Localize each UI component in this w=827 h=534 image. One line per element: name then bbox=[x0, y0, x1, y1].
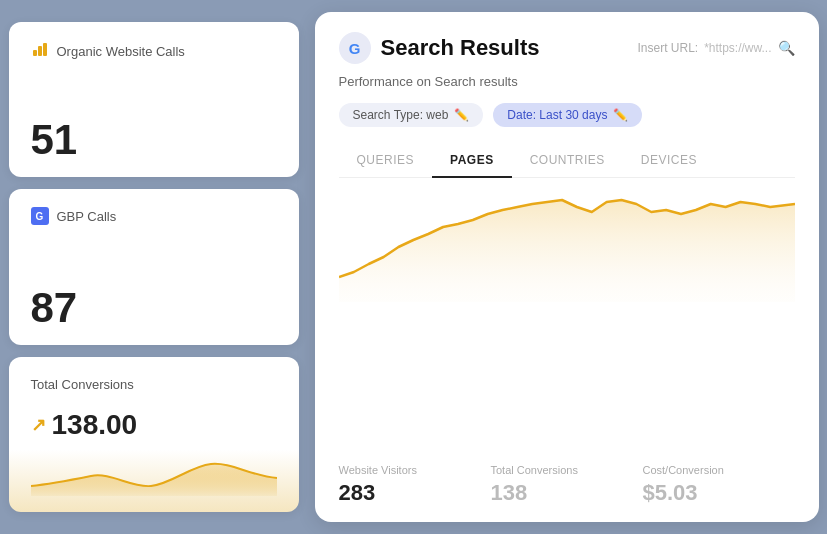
total-conversions-value: 138.00 bbox=[52, 409, 138, 441]
tab-countries[interactable]: COUNTRIES bbox=[512, 145, 623, 177]
insert-url-value: *https://ww... bbox=[704, 41, 771, 55]
website-visitors-label: Website Visitors bbox=[339, 464, 491, 476]
up-arrow-icon: ↗ bbox=[31, 414, 46, 436]
svg-rect-1 bbox=[38, 46, 42, 56]
google-icon: G bbox=[339, 32, 371, 64]
insert-url-area: Insert URL: *https://ww... 🔍 bbox=[637, 40, 794, 56]
gbp-calls-title: GBP Calls bbox=[57, 209, 117, 224]
cost-conversion-label: Cost/Conversion bbox=[643, 464, 795, 476]
filter-row: Search Type: web ✏️ Date: Last 30 days ✏… bbox=[339, 103, 795, 127]
date-range-label: Date: Last 30 days bbox=[507, 108, 607, 122]
sparkline bbox=[31, 456, 277, 496]
date-range-filter[interactable]: Date: Last 30 days ✏️ bbox=[493, 103, 642, 127]
organic-calls-title: Organic Website Calls bbox=[57, 44, 185, 59]
card-header: Organic Website Calls bbox=[31, 40, 277, 62]
tab-pages[interactable]: PAGES bbox=[432, 145, 512, 177]
edit-icon-date: ✏️ bbox=[613, 108, 628, 122]
page-title: Search Results bbox=[381, 35, 628, 61]
conversions-metric: Total Conversions 138 bbox=[491, 464, 643, 506]
cost-conversion-metric: Cost/Conversion $5.03 bbox=[643, 464, 795, 506]
tab-devices[interactable]: DEVICES bbox=[623, 145, 715, 177]
gbp-card-header: G GBP Calls bbox=[31, 207, 277, 225]
main-container: Organic Website Calls 51 G GBP Calls 87 … bbox=[9, 12, 819, 522]
right-header: G Search Results Insert URL: *https://ww… bbox=[339, 32, 795, 64]
metrics-footer: Website Visitors 283 Total Conversions 1… bbox=[339, 464, 795, 506]
website-visitors-metric: Website Visitors 283 bbox=[339, 464, 491, 506]
search-icon[interactable]: 🔍 bbox=[778, 40, 795, 56]
left-panel: Organic Website Calls 51 G GBP Calls 87 … bbox=[9, 12, 299, 522]
svg-rect-0 bbox=[33, 50, 37, 56]
total-conversions-card: Total Conversions ↗ 138.00 bbox=[9, 357, 299, 512]
insert-url-label: Insert URL: bbox=[637, 41, 698, 55]
organic-calls-card: Organic Website Calls 51 bbox=[9, 22, 299, 177]
cost-conversion-value: $5.03 bbox=[643, 480, 795, 506]
card-footer: ↗ 138.00 bbox=[31, 409, 277, 441]
gbp-calls-value: 87 bbox=[31, 287, 277, 329]
website-visitors-value: 283 bbox=[339, 480, 491, 506]
gbp-icon: G bbox=[31, 207, 49, 225]
edit-icon-search: ✏️ bbox=[454, 108, 469, 122]
conversions-label: Total Conversions bbox=[491, 464, 643, 476]
chart-area bbox=[339, 182, 795, 456]
search-type-label: Search Type: web bbox=[353, 108, 449, 122]
tabs-row: QUERIES PAGES COUNTRIES DEVICES bbox=[339, 145, 795, 178]
tab-queries[interactable]: QUERIES bbox=[339, 145, 433, 177]
gbp-calls-card: G GBP Calls 87 bbox=[9, 189, 299, 344]
line-chart bbox=[339, 182, 795, 302]
conversions-value: 138 bbox=[491, 480, 643, 506]
bar-chart-icon bbox=[31, 40, 49, 62]
right-panel: G Search Results Insert URL: *https://ww… bbox=[315, 12, 819, 522]
organic-calls-value: 51 bbox=[31, 119, 277, 161]
svg-rect-2 bbox=[43, 43, 47, 56]
search-type-filter[interactable]: Search Type: web ✏️ bbox=[339, 103, 484, 127]
performance-label: Performance on Search results bbox=[339, 74, 795, 89]
total-conversions-title: Total Conversions bbox=[31, 377, 134, 392]
